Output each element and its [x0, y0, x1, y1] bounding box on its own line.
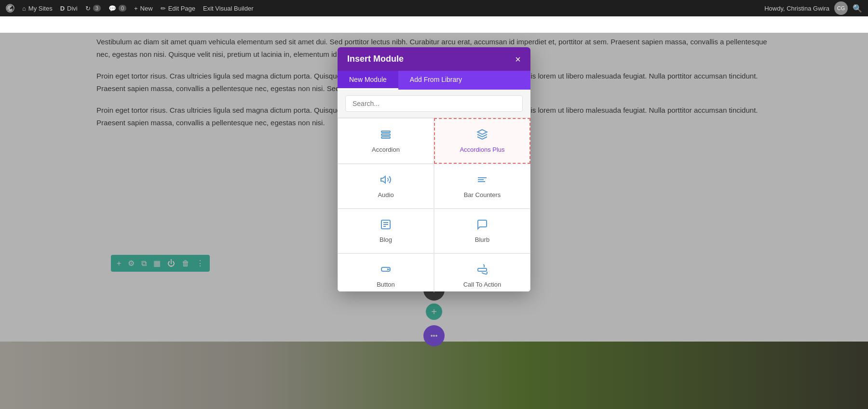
module-item-bar-counters[interactable]: Bar Counters: [434, 164, 530, 209]
module-grid: Accordion Accordions Plus: [338, 118, 530, 291]
divi-icon: D: [60, 5, 65, 12]
accordions-plus-icon: [476, 129, 488, 142]
admin-bar-right: Howdy, Christina Gwira CG 🔍: [764, 1, 862, 15]
svg-rect-2: [381, 134, 390, 135]
modal-tabs: New Module Add From Library: [338, 71, 530, 90]
modal-overlay: Insert Module × New Module Add From Libr…: [0, 33, 868, 409]
new-link[interactable]: + New: [134, 5, 153, 12]
divi-link[interactable]: D Divi: [60, 5, 78, 12]
module-item-button[interactable]: Button: [338, 253, 434, 291]
module-label-accordion: Accordion: [372, 146, 400, 153]
modal-search-area: [338, 90, 530, 118]
user-greeting: Howdy, Christina Gwira: [764, 5, 829, 12]
button-icon: [380, 264, 392, 277]
wordpress-icon[interactable]: [6, 4, 14, 13]
module-item-audio[interactable]: Audio: [338, 164, 434, 209]
pencil-icon: ✏: [161, 5, 166, 12]
module-label-call-to-action: Call To Action: [463, 281, 502, 288]
module-item-call-to-action[interactable]: Call To Action: [434, 253, 530, 291]
edit-page-link[interactable]: ✏ Edit Page: [161, 5, 195, 12]
svg-rect-13: [478, 268, 487, 271]
module-label-accordions-plus: Accordions Plus: [460, 146, 504, 153]
revisions-link[interactable]: ↻ 3: [85, 5, 101, 12]
search-input[interactable]: [345, 95, 523, 112]
my-sites-link[interactable]: ⌂ My Sites: [22, 5, 53, 12]
tab-new-module[interactable]: New Module: [338, 71, 398, 90]
exit-builder-link[interactable]: Exit Visual Builder: [203, 5, 254, 12]
admin-bar: ⌂ My Sites D Divi ↻ 3 💬 0 + New ✏ Edit P…: [0, 0, 868, 16]
svg-rect-3: [381, 137, 390, 138]
module-label-blog: Blog: [380, 236, 392, 243]
module-label-audio: Audio: [378, 191, 393, 198]
plus-icon: +: [134, 5, 138, 12]
audio-icon: [380, 174, 392, 187]
svg-rect-1: [381, 131, 390, 132]
accordion-icon: [380, 129, 392, 142]
module-label-button: Button: [377, 281, 395, 288]
bar-counters-icon: [476, 174, 488, 187]
tab-add-from-library[interactable]: Add From Library: [398, 71, 474, 90]
module-item-accordions-plus[interactable]: Accordions Plus: [434, 118, 530, 164]
blurb-icon: [476, 219, 488, 232]
module-item-blog[interactable]: Blog: [338, 209, 434, 253]
call-to-action-icon: [476, 264, 488, 277]
svg-marker-4: [381, 176, 385, 183]
insert-module-modal: Insert Module × New Module Add From Libr…: [338, 47, 530, 291]
comment-icon: 💬: [108, 5, 116, 12]
blog-icon: [380, 219, 392, 232]
module-label-blurb: Blurb: [475, 236, 489, 243]
modal-title: Insert Module: [347, 54, 404, 64]
module-label-bar-counters: Bar Counters: [464, 191, 501, 198]
sync-icon: ↻: [85, 5, 91, 12]
page-content: Vestibulum ac diam sit amet quam vehicul…: [0, 16, 868, 409]
search-icon[interactable]: 🔍: [853, 4, 862, 13]
comments-link[interactable]: 💬 0: [108, 5, 126, 12]
modal-header: Insert Module ×: [338, 47, 530, 71]
modal-close-button[interactable]: ×: [515, 54, 521, 64]
module-item-blurb[interactable]: Blurb: [434, 209, 530, 253]
avatar: CG: [834, 1, 848, 15]
module-item-accordion[interactable]: Accordion: [338, 118, 434, 164]
home-icon: ⌂: [22, 5, 26, 12]
